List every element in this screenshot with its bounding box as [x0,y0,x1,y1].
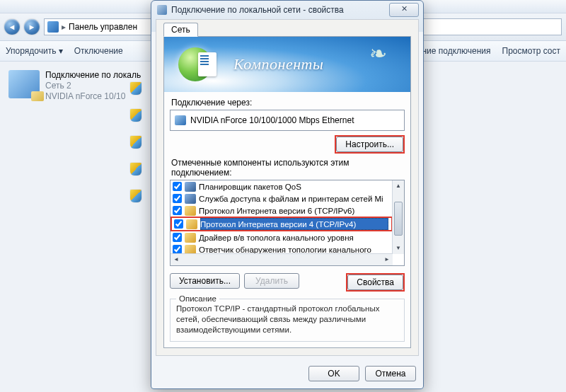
horizontal-scrollbar[interactable]: ◄ ► [171,253,393,265]
scroll-right-arrow[interactable]: ► [381,254,393,265]
nav-back-button[interactable]: ◄ [4,19,20,35]
list-item-label: Служба доступа к файлам и принтерам сете… [199,195,383,203]
list-item[interactable]: Протокол Интернета версии 6 (TCP/IPv6) [171,204,393,217]
toolbar-disable[interactable]: Отключение [74,46,123,56]
plug-icon [157,5,167,15]
tab-strip: Сеть [163,23,411,37]
hero-title: Компоненты [233,55,323,74]
uninstall-button: Удалить [244,273,299,289]
scroll-up-arrow[interactable]: ▲ [393,180,404,192]
properties-dialog: Подключение по локальной сети - свойства… [151,0,424,389]
component-icon [185,182,196,192]
vertical-scrollbar[interactable]: ▲ ▼ [392,180,404,254]
scroll-down-arrow[interactable]: ▼ [393,243,404,254]
network-item-line2: Сеть 2 [45,81,141,91]
configure-highlight: Настроить... [335,135,405,154]
list-item-label: Драйвер в/в тополога канального уровня [199,234,354,242]
scroll-thumb[interactable] [394,202,403,236]
component-icon [185,233,196,243]
tab-panel: Компоненты ❧ Подключение через: NVIDIA n… [163,36,411,348]
components-listbox[interactable]: Планировщик пакетов QoS Служба доступа к… [170,180,405,266]
dialog-title: Подключение по локальной сети - свойства [171,5,344,15]
cancel-button[interactable]: Отмена [365,366,416,381]
shield-column [130,82,142,202]
list-item-label: Планировщик пакетов QoS [199,183,301,191]
network-icon [47,21,59,33]
adapter-icon [175,115,186,125]
shield-icon [130,136,142,149]
list-item-checkbox[interactable] [173,233,182,242]
list-item-label: Протокол Интернета версии 4 (TCP/IPv4) [200,220,356,229]
description-fieldset: Описание Протокол TCP/IP - стандартный п… [170,299,405,342]
selected-item-highlight: Протокол Интернета версии 4 (TCP/IPv4) [171,217,393,231]
properties-highlight: Свойства [346,273,405,292]
configure-button[interactable]: Настроить... [336,137,403,152]
list-item-checkbox[interactable] [174,219,183,229]
components-label: Отмеченные компоненты используются этим … [171,158,405,178]
connect-via-label: Подключение через: [171,98,405,108]
description-text: Протокол TCP/IP - стандартный протокол г… [176,304,379,334]
dialog-close-button[interactable]: ✕ [389,3,419,17]
dialog-footer: OK Отмена [151,360,423,388]
list-item[interactable]: Служба доступа к файлам и принтерам сете… [171,192,393,204]
component-icon [186,219,197,229]
network-item-line3: NVIDIA nForce 10/10 [45,91,141,102]
network-item-text: Подключение по локаль Сеть 2 NVIDIA nFor… [45,70,141,102]
list-item[interactable]: Планировщик пакетов QoS [171,180,393,192]
dialog-body: Сеть Компоненты ❧ Подключение через: NVI… [156,19,419,356]
shield-icon [130,163,142,175]
component-icon [185,206,196,216]
install-button[interactable]: Установить... [170,273,240,289]
list-item-selected[interactable]: Протокол Интернета версии 4 (TCP/IPv4) [172,218,391,230]
components-list-inner: Планировщик пакетов QoS Служба доступа к… [171,180,393,265]
checklist-icon [198,52,216,76]
component-icon [185,194,196,204]
list-item-checkbox[interactable] [173,182,182,191]
network-connection-item[interactable]: Подключение по локаль Сеть 2 NVIDIA nFor… [7,69,144,103]
desktop: ◄ ► ▸ Панель управлен Упорядочить ▾ Откл… [0,0,566,392]
list-item[interactable]: Драйвер в/в тополога канального уровня [171,231,393,243]
network-item-title: Подключение по локаль [45,70,141,81]
tab-network[interactable]: Сеть [163,23,198,37]
dialog-titlebar[interactable]: Подключение по локальной сети - свойства… [151,1,423,19]
toolbar-view[interactable]: Просмотр сост [502,46,560,56]
component-buttons-row: Установить... Удалить Свойства [170,273,405,292]
list-item-checkbox[interactable] [173,194,182,203]
shield-icon [130,109,142,122]
list-item-checkbox[interactable] [173,206,182,215]
network-adapter-icon [8,70,40,98]
breadcrumb[interactable]: Панель управлен [69,22,137,32]
leaf-icon: ❧ [369,41,398,69]
description-legend: Описание [176,294,219,304]
list-item-label: Протокол Интернета версии 6 (TCP/IPv6) [199,207,354,215]
properties-button[interactable]: Свойства [347,275,403,290]
adapter-field[interactable]: NVIDIA nForce 10/100/1000 Mbps Ethernet [170,110,405,131]
scroll-left-arrow[interactable]: ◄ [171,254,182,265]
hero-banner: Компоненты ❧ [164,37,410,92]
toolbar-diagnose[interactable]: вание подключения [413,46,491,56]
ok-button[interactable]: OK [308,366,359,381]
list-item-label: Ответчик обнаружения топологии канальног… [199,246,371,254]
shield-icon [130,190,142,202]
shield-icon [130,82,142,95]
nav-forward-button[interactable]: ► [24,19,40,35]
toolbar-organize[interactable]: Упорядочить ▾ [6,46,63,56]
adapter-name: NVIDIA nForce 10/100/1000 Mbps Ethernet [190,115,354,125]
